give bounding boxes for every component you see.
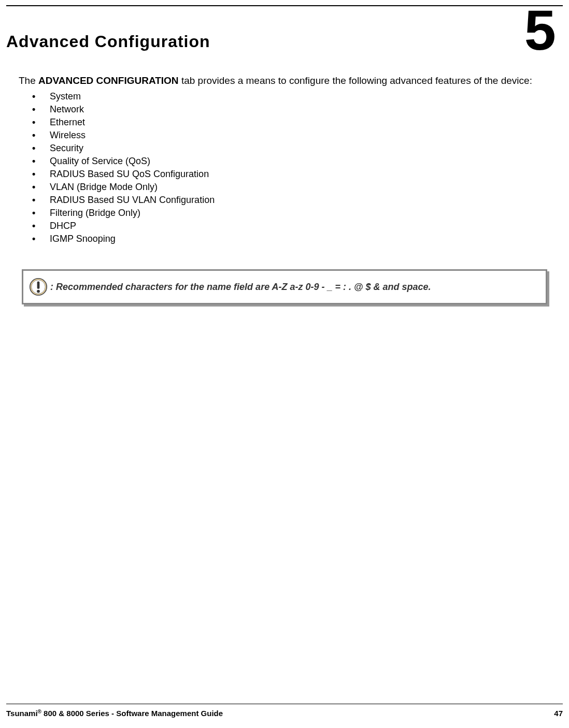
page-footer: Tsunami® 800 & 8000 Series - Software Ma… [6,709,563,718]
feature-label: System [50,91,81,102]
intro-suffix: tab provides a means to configure the fo… [179,75,532,86]
feature-label: VLAN (Bridge Mode Only) [50,182,158,193]
footer-doc-title: Tsunami® 800 & 8000 Series - Software Ma… [6,709,223,718]
feature-label: Ethernet [50,117,85,128]
svg-point-3 [37,290,40,293]
feature-list: •System •Network •Ethernet •Wireless •Se… [32,91,215,246]
bullet: • [32,117,50,128]
intro-paragraph: The ADVANCED CONFIGURATION tab provides … [19,75,550,86]
bottom-rule [6,704,563,705]
list-item: •Filtering (Bridge Only) [32,208,215,219]
page-number: 47 [554,709,563,718]
bullet: • [32,169,50,180]
bullet: • [32,143,50,154]
feature-label: RADIUS Based SU QoS Configuration [50,169,209,180]
bullet: • [32,208,50,219]
feature-label: Wireless [50,130,86,141]
bullet: • [32,156,50,167]
list-item: •Ethernet [32,117,215,128]
footer-brand: Tsunami [6,709,38,718]
bullet: • [32,221,50,231]
top-rule [6,5,563,6]
list-item: •RADIUS Based SU QoS Configuration [32,169,215,180]
intro-prefix: The [19,75,38,86]
feature-label: Security [50,143,83,154]
bullet: • [32,234,50,244]
note-callout: : Recommended characters for the name fi… [22,269,547,304]
chapter-title: Advanced Configuration [6,32,210,51]
registered-symbol: ® [38,709,41,715]
list-item: •DHCP [32,221,215,231]
intro-tab-name: ADVANCED CONFIGURATION [38,75,179,86]
footer-doc: 800 & 8000 Series - Software Management … [41,709,223,718]
alert-icon [29,277,48,297]
bullet: • [32,130,50,141]
list-item: •Quality of Service (QoS) [32,156,215,167]
svg-rect-2 [37,282,40,289]
note-text: : Recommended characters for the name fi… [50,282,431,293]
feature-label: RADIUS Based SU VLAN Configuration [50,195,215,206]
bullet: • [32,195,50,206]
bullet: • [32,91,50,102]
list-item: •VLAN (Bridge Mode Only) [32,182,215,193]
chapter-number: 5 [524,4,554,55]
bullet: • [32,182,50,193]
list-item: •Security [32,143,215,154]
list-item: •Wireless [32,130,215,141]
list-item: •RADIUS Based SU VLAN Configuration [32,195,215,206]
list-item: •Network [32,104,215,115]
list-item: •System [32,91,215,102]
feature-label: DHCP [50,221,76,231]
list-item: •IGMP Snooping [32,234,215,244]
feature-label: Network [50,104,84,115]
feature-label: Filtering (Bridge Only) [50,208,140,219]
feature-label: IGMP Snooping [50,234,116,244]
bullet: • [32,104,50,115]
feature-label: Quality of Service (QoS) [50,156,150,167]
